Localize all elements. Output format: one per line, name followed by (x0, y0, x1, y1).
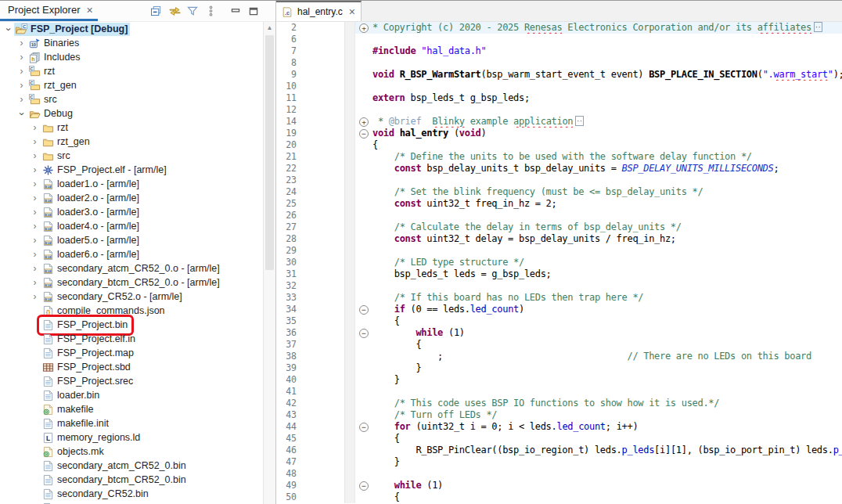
code-text[interactable]: const uint32_t delay = bsp_delay_units /… (372, 233, 842, 245)
code-line[interactable]: 30 /* LED type structure */ (276, 257, 842, 268)
code-line[interactable]: 11extern bsp_leds_t g_bsp_leds; (276, 92, 842, 104)
code-line[interactable]: 27 /* Calculate the delay in terms of bs… (276, 221, 842, 233)
code-text[interactable]: while (1) (372, 327, 842, 339)
code-line[interactable]: 25 const uint32_t freq_in_hz = 2; (276, 198, 842, 210)
code-line[interactable]: 43 /* Turn off LEDs */ (276, 409, 842, 421)
code-text[interactable]: const bsp_delay_units_t bsp_delay_units … (372, 163, 842, 175)
tree-item-fsp-project-bin[interactable]: FSP_Project.bin (0, 318, 263, 332)
code-line[interactable]: 42 /* This code uses BSP IO functions to… (276, 398, 842, 409)
code-line[interactable]: 19−void hal_entry (void) (276, 128, 842, 139)
scrollbar-thumb[interactable] (265, 35, 274, 270)
folded-region-icon[interactable] (814, 22, 822, 32)
tree-item-rzt[interactable]: ›Crzt (0, 64, 263, 78)
code-line[interactable]: 7#include "hal_data.h" (276, 45, 842, 57)
tree-item-loader4-o-arm-le[interactable]: ›010loader4.o - [arm/le] (0, 219, 263, 233)
folded-region-icon[interactable] (575, 116, 584, 126)
tree-item-loader3-o-arm-le[interactable]: ›010loader3.o - [arm/le] (0, 205, 263, 219)
tree-item-objects-mk[interactable]: objects.mk (0, 445, 263, 459)
expand-arrow-icon[interactable]: › (16, 66, 27, 77)
tree-item-fsp-project-elf-in[interactable]: FSP_Project.elf.in (0, 332, 263, 346)
code-text[interactable]: extern bsp_leds_t g_bsp_leds; (372, 92, 842, 104)
expand-arrow-icon[interactable]: › (29, 235, 41, 247)
fold-collapse-icon[interactable]: − (359, 329, 369, 338)
tree-item-binaries[interactable]: ›10Binaries (0, 36, 263, 50)
code-line[interactable]: 47 } (276, 456, 842, 468)
expand-arrow-icon[interactable]: › (29, 291, 41, 303)
code-line[interactable]: 23 (276, 175, 842, 186)
tree-item-rzt-gen[interactable]: ›Crzt_gen (0, 78, 263, 92)
tree-item-memory-regions-ld[interactable]: Lmemory_regions.ld (0, 430, 263, 445)
expand-arrow-icon[interactable]: › (29, 178, 41, 190)
code-text[interactable] (372, 57, 842, 69)
fold-collapse-icon[interactable]: − (359, 423, 369, 432)
code-text[interactable]: if (0 == leds.led_count) (372, 304, 842, 315)
code-text[interactable] (372, 280, 842, 292)
code-text[interactable]: } (372, 374, 842, 386)
code-line[interactable]: 9void R_BSP_WarmStart(bsp_warm_start_eve… (276, 69, 842, 81)
tree-item-src[interactable]: ›Csrc (0, 92, 263, 106)
code-text[interactable]: while (1) (372, 480, 842, 491)
code-line[interactable]: 6 (276, 34, 842, 45)
code-line[interactable]: 44− for (uint32_t i = 0; i < leds.led_co… (276, 421, 842, 433)
code-text[interactable]: } (372, 456, 842, 468)
code-text[interactable]: for (uint32_t i = 0; i < leds.led_count;… (372, 421, 842, 433)
code-line[interactable]: 12 (276, 104, 842, 116)
minimize-icon[interactable] (228, 3, 243, 19)
close-icon[interactable]: × (349, 6, 355, 17)
tree-item-rzt[interactable]: ›rzt (0, 121, 263, 135)
code-text[interactable]: void R_BSP_WarmStart(bsp_warm_start_even… (372, 69, 842, 81)
expand-arrow-icon[interactable]: › (29, 277, 41, 289)
tree-item-loader-bin[interactable]: loader.bin (0, 388, 263, 402)
code-line[interactable]: 32 (276, 280, 842, 292)
code-line[interactable]: 8 (276, 57, 842, 69)
tree-item-makefile[interactable]: makefile (0, 402, 263, 416)
code-line[interactable]: 2+* Copyright (c) 2020 - 2025 Renesas El… (276, 22, 842, 34)
code-line[interactable]: 38 ; // There are no LEDs on this board (276, 351, 842, 362)
code-text[interactable]: { (372, 315, 842, 327)
code-text[interactable]: /* Turn off LEDs */ (372, 409, 842, 421)
scrollbar-up-icon[interactable]: ▲ (264, 22, 275, 34)
tree-item-fsp-project-sbd[interactable]: FSP_Project.sbd (0, 360, 263, 374)
code-line[interactable]: 50 { (276, 491, 842, 503)
code-line[interactable]: 10 (276, 81, 842, 92)
tree-item-fsp-project-map[interactable]: FSP_Project.map (0, 346, 263, 360)
expand-arrow-icon[interactable]: › (16, 38, 27, 49)
code-text[interactable]: const uint32_t freq_in_hz = 2; (372, 198, 842, 210)
tree-item-loader2-o-arm-le[interactable]: ›010loader2.o - [arm/le] (0, 191, 263, 205)
code-text[interactable]: * Copyright (c) 2020 - 2025 Renesas Elec… (372, 22, 842, 34)
code-text[interactable] (372, 468, 842, 480)
code-editor[interactable]: 2+* Copyright (c) 2020 - 2025 Renesas El… (276, 22, 842, 504)
code-line[interactable]: 20{ (276, 139, 842, 151)
code-text[interactable]: { (372, 491, 842, 503)
tree-item-fsp-project-debug[interactable]: ›CFSP_Project [Debug] (0, 22, 263, 36)
tree-item-compile-commands-json[interactable]: {}compile_commands.json (0, 304, 263, 318)
fold-expand-icon[interactable]: + (359, 117, 369, 127)
filter-icon[interactable] (185, 3, 200, 19)
expand-arrow-icon[interactable]: › (29, 193, 41, 204)
expand-arrow-icon[interactable]: › (16, 52, 27, 63)
tree-scrollbar[interactable]: ▲ (263, 22, 275, 504)
fold-collapse-icon[interactable]: − (359, 481, 369, 491)
code-text[interactable] (372, 386, 842, 398)
code-line[interactable]: 45 { (276, 433, 842, 445)
tab-hal-entry-c[interactable]: .c hal_entry.c × (276, 1, 362, 21)
expand-arrow-icon[interactable]: › (29, 207, 41, 218)
code-text[interactable] (372, 34, 842, 45)
code-text[interactable] (372, 210, 842, 221)
code-text[interactable]: { (372, 139, 842, 151)
tree-item-src[interactable]: ›src (0, 149, 263, 163)
code-line[interactable]: 26 (276, 210, 842, 221)
tree-item-secondary-atcm-cr52-0-o-arm-le[interactable]: ›010secondary_atcm_CR52_0.o - [arm/le] (0, 261, 263, 275)
tree-item-secondary-btcm-cr52-0-o-arm-le[interactable]: ›010secondary_btcm_CR52_0.o - [arm/le] (0, 275, 263, 290)
code-text[interactable] (372, 175, 842, 186)
code-line[interactable]: 40 } (276, 374, 842, 386)
code-line[interactable]: 31 bsp_leds_t leds = g_bsp_leds; (276, 268, 842, 280)
fold-collapse-icon[interactable]: − (359, 129, 369, 139)
code-line[interactable]: 28 const uint32_t delay = bsp_delay_unit… (276, 233, 842, 245)
code-text[interactable]: /* Set the blink frequency (must be <= b… (372, 186, 842, 198)
code-line[interactable]: 33 /* If this board has no LEDs then tra… (276, 292, 842, 304)
code-line[interactable]: 41 (276, 386, 842, 398)
tree-item-secondary-cr52-o-arm-le[interactable]: ›010secondary_CR52.o - [arm/le] (0, 290, 263, 304)
view-menu-icon[interactable] (203, 3, 218, 19)
collapse-arrow-icon[interactable]: › (2, 23, 14, 35)
